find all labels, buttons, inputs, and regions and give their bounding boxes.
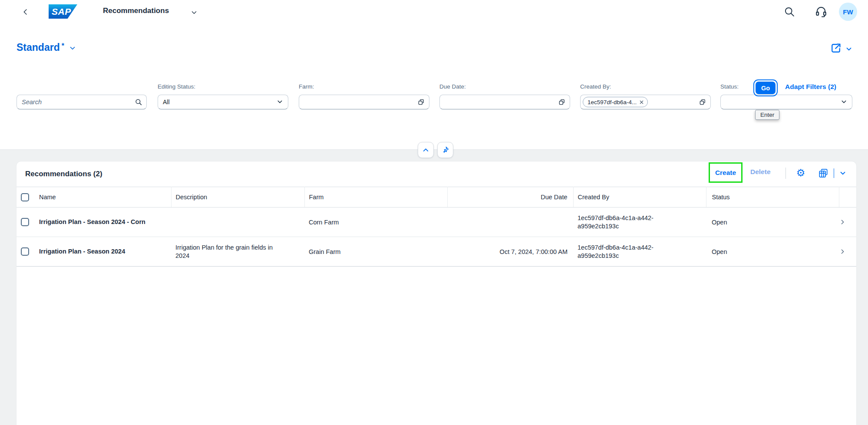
column-header-due-date[interactable]: Due Date (447, 187, 573, 208)
row-name: Irrigation Plan - Season 2024 - Corn (39, 218, 145, 226)
collapse-header-button[interactable] (418, 142, 434, 158)
headset-icon (815, 5, 828, 18)
farm-input[interactable] (299, 95, 429, 109)
pin-icon (441, 146, 449, 154)
copy-value-help-icon[interactable] (558, 98, 566, 106)
chevron-down-icon (69, 44, 76, 52)
support-button[interactable] (815, 5, 828, 18)
copy-value-help-icon[interactable] (417, 98, 425, 106)
go-button-wrap: Go (753, 79, 778, 96)
chevron-down-icon (840, 98, 848, 106)
status-label: Status: (720, 83, 739, 90)
chevron-down-icon[interactable] (845, 45, 853, 53)
variant-dirty-marker: * (62, 42, 64, 50)
row-created-by: 1ec597df-db6a-4c1a-a442-a959e2cb193c (578, 244, 686, 260)
row-name: Irrigation Plan - Season 2024 (39, 247, 125, 255)
variant-selector[interactable]: Standard * (17, 42, 76, 53)
shell-search-button[interactable] (783, 6, 795, 18)
copy-value-help-icon[interactable] (699, 98, 706, 106)
due-date-label: Due Date: (439, 83, 466, 90)
token-text: 1ec597df-db6a-4... (587, 99, 637, 105)
farm-label: Farm: (299, 83, 314, 90)
share-icon (829, 42, 842, 55)
column-header-status[interactable]: Status (706, 187, 839, 208)
table-toolbar: Recommendations (2) Create Delete ⚙ (17, 161, 856, 187)
table-row[interactable]: Irrigation Plan - Season 2024 Irrigation… (17, 237, 856, 267)
share-button[interactable] (829, 42, 842, 55)
search-icon[interactable] (135, 98, 142, 106)
row-due-date: Oct 7, 2024, 7:00:00 AM (500, 248, 568, 255)
select-all-cell (17, 187, 39, 208)
avatar[interactable]: FW (839, 3, 857, 21)
create-button[interactable]: Create (715, 169, 736, 177)
created-by-label: Created By: (580, 83, 611, 90)
chevron-down-icon[interactable] (839, 169, 847, 177)
row-status: Open (712, 248, 727, 255)
column-header-navigation (839, 187, 856, 208)
editing-status-value: All (158, 99, 272, 105)
chevron-down-icon (276, 98, 284, 106)
row-description: Irrigation Plan for the grain fields in … (175, 244, 286, 260)
table-title: Recommendations (2) (25, 170, 102, 178)
search-input[interactable] (17, 99, 131, 105)
shell-header: SAP Recommendations FW (0, 0, 868, 23)
created-by-input[interactable]: 1ec597df-db6a-4... (580, 95, 711, 109)
export-table-icon[interactable] (818, 168, 829, 179)
close-icon[interactable] (639, 100, 644, 105)
column-header-farm[interactable]: Farm (304, 187, 447, 208)
gear-icon[interactable]: ⚙ (795, 167, 807, 179)
go-tooltip: Enter (755, 110, 779, 120)
editing-status-select[interactable]: All (158, 95, 288, 109)
adapt-filters-link[interactable]: Adapt Filters (2) (785, 83, 836, 91)
chevron-right-icon[interactable] (839, 248, 856, 255)
back-button[interactable] (19, 6, 31, 18)
sap-logo[interactable]: SAP (49, 4, 77, 19)
select-all-checkbox[interactable] (21, 193, 29, 201)
table-row[interactable]: Irrigation Plan - Season 2024 - Corn Cor… (17, 208, 856, 237)
go-button[interactable]: Go (756, 82, 776, 94)
chevron-down-icon[interactable] (190, 9, 198, 16)
chevron-up-icon (422, 146, 430, 154)
application-root: SAP Recommendations FW (0, 0, 868, 425)
column-header-created-by[interactable]: Created By (573, 187, 706, 208)
row-checkbox[interactable] (21, 247, 29, 256)
filter-bar: Standard * Editing Status: (0, 23, 868, 150)
row-status: Open (712, 219, 727, 226)
avatar-initials: FW (843, 8, 853, 16)
toolbar-separator (785, 168, 786, 179)
back-icon (21, 8, 30, 16)
status-select[interactable] (720, 95, 852, 109)
row-select-cell (17, 237, 39, 267)
variant-name: Standard (17, 42, 60, 53)
due-date-input[interactable] (439, 95, 570, 109)
export-split-separator (834, 168, 834, 178)
recommendations-table: Name Description Farm Due Date Created B… (17, 187, 856, 267)
editing-status-label: Editing Status: (158, 83, 195, 90)
recommendations-card: Recommendations (2) Create Delete ⚙ (17, 161, 856, 425)
row-checkbox[interactable] (21, 218, 29, 226)
sap-logo-text: SAP (52, 7, 71, 17)
created-by-token[interactable]: 1ec597df-db6a-4... (583, 97, 648, 107)
row-created-by: 1ec597df-db6a-4c1a-a442-a959e2cb193c (578, 214, 686, 231)
app-title[interactable]: Recommendations (103, 7, 169, 15)
delete-button: Delete (750, 168, 771, 176)
table-header-row: Name Description Farm Due Date Created B… (17, 187, 856, 208)
create-annotation-box: Create (709, 162, 743, 183)
chevron-right-icon[interactable] (839, 218, 856, 226)
row-select-cell (17, 208, 39, 237)
search-icon (783, 6, 795, 18)
row-farm: Grain Farm (309, 248, 340, 255)
column-header-description[interactable]: Description (171, 187, 304, 208)
pin-header-button[interactable] (437, 142, 453, 158)
search-field[interactable] (17, 95, 147, 109)
column-header-name[interactable]: Name (39, 187, 171, 208)
row-farm: Corn Farm (309, 219, 339, 226)
